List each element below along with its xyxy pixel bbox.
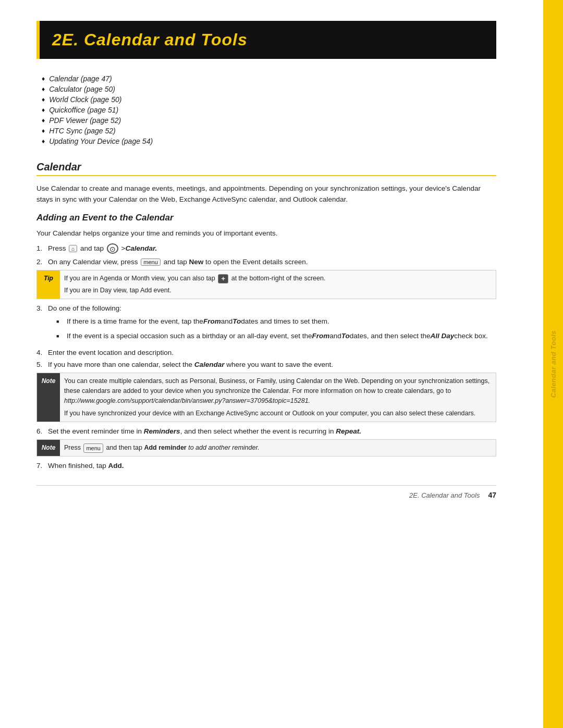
toc-item: Calculator (page 50) — [42, 85, 496, 93]
toc-item: Quickoffice (page 51) — [42, 106, 496, 114]
tip-box: Tip If you are in Agenda or Month view, … — [36, 270, 496, 299]
toc-item: Updating Your Device (page 54) — [42, 137, 496, 145]
adding-event-intro: Your Calendar helps organize your time a… — [36, 228, 496, 239]
adding-event-heading: Adding an Event to the Calendar — [36, 213, 496, 223]
footer-chapter-label: 2E. Calendar and Tools — [409, 491, 480, 499]
press-text: Press — [64, 444, 81, 451]
toc-item: PDF Viewer (page 52) — [42, 116, 496, 125]
calendar-section-heading: Calendar — [36, 161, 496, 176]
calendar-body: Use Calendar to create and manage events… — [36, 183, 496, 205]
note-content-1: You can create multiple calendars, such … — [60, 373, 496, 422]
main-content: 2E. Calendar and Tools Calendar (page 47… — [0, 0, 543, 728]
side-tab: Calendar and Tools — [543, 0, 563, 728]
note-box-2: Note Press menu and then tap Add reminde… — [36, 439, 496, 456]
tip-label: Tip — [37, 270, 60, 299]
apps-circle-icon: ⊙ — [107, 243, 118, 254]
page-wrapper: 2E. Calendar and Tools Calendar (page 47… — [0, 0, 563, 728]
chapter-title: 2E. Calendar and Tools — [52, 30, 248, 49]
home-key-icon: ⌂ — [69, 245, 77, 252]
calendar-section: Calendar Use Calendar to create and mana… — [36, 161, 496, 205]
note-box-1: Note You can create multiple calendars, … — [36, 373, 496, 422]
bullet-item: If the event is a special occasion such … — [56, 331, 488, 341]
step-2: 2. On any Calendar view, press menu and … — [36, 258, 496, 266]
step-4: 4. Enter the event location and descript… — [36, 349, 496, 356]
footer-page-number: 47 — [488, 491, 496, 499]
plus-icon: + — [218, 274, 228, 283]
step-7: 7. When finished, tap Add. — [36, 462, 496, 470]
adding-event-section: Adding an Event to the Calendar Your Cal… — [36, 213, 496, 470]
note-content-2: Press menu and then tap Add reminder to … — [60, 440, 496, 456]
menu-key-2: menu — [83, 443, 103, 453]
chapter-header: 2E. Calendar and Tools — [36, 21, 496, 59]
step-3: 3. Do one of the following: If there is … — [36, 304, 496, 346]
toc-item: HTC Sync (page 52) — [42, 127, 496, 135]
side-tab-label: Calendar and Tools — [549, 330, 557, 398]
toc-list: Calendar (page 47) Calculator (page 50) … — [36, 75, 496, 145]
step-6: 6. Set the event reminder time in Remind… — [36, 427, 496, 435]
toc-item: Calendar (page 47) — [42, 75, 496, 83]
note-label-2: Note — [37, 440, 60, 456]
menu-key: menu — [141, 258, 161, 266]
note-label-1: Note — [37, 373, 60, 422]
step-3-bullets: If there is a time frame for the event, … — [48, 316, 488, 342]
tip-content: If you are in Agenda or Month view, you … — [60, 270, 496, 299]
toc-item: World Clock (page 50) — [42, 95, 496, 104]
bullet-item: If there is a time frame for the event, … — [56, 316, 488, 327]
page-footer: 2E. Calendar and Tools 47 — [36, 485, 496, 499]
step-5: 5. If you have more than one calendar, s… — [36, 361, 496, 368]
step-1: 1. Press ⌂ and tap ⊙ >Calendar. — [36, 243, 496, 254]
